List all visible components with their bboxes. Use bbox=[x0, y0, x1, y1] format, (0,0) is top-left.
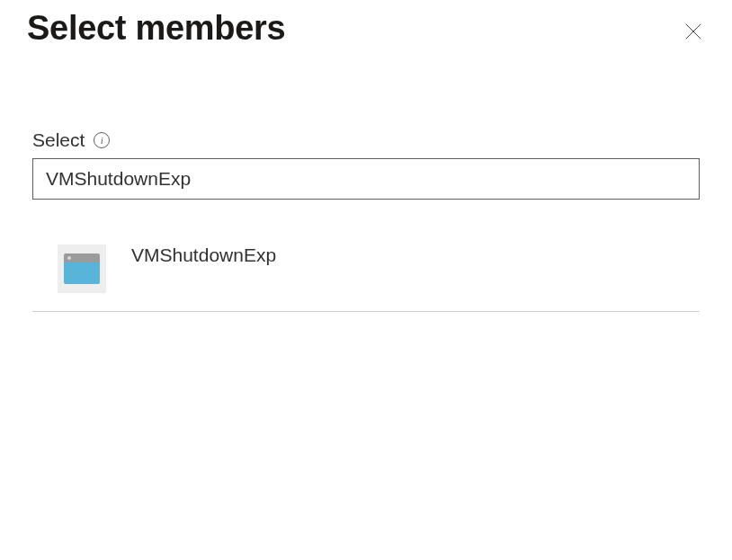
field-label: Select bbox=[32, 129, 85, 151]
result-name: VMShutdownExp bbox=[131, 244, 276, 266]
results-list: VMShutdownExp bbox=[32, 244, 700, 312]
app-icon bbox=[64, 253, 100, 284]
panel-header: Select members bbox=[0, 0, 732, 49]
select-members-panel: Select members Select i bbox=[0, 0, 732, 312]
search-input[interactable] bbox=[32, 158, 700, 200]
result-icon-container bbox=[58, 244, 106, 293]
field-label-row: Select i bbox=[32, 129, 700, 151]
panel-content: Select i VMShutdownExp bbox=[0, 49, 732, 312]
result-item[interactable]: VMShutdownExp bbox=[32, 244, 700, 312]
close-icon bbox=[683, 22, 703, 41]
info-icon[interactable]: i bbox=[94, 132, 110, 148]
close-button[interactable] bbox=[676, 14, 710, 49]
panel-title: Select members bbox=[27, 9, 285, 48]
